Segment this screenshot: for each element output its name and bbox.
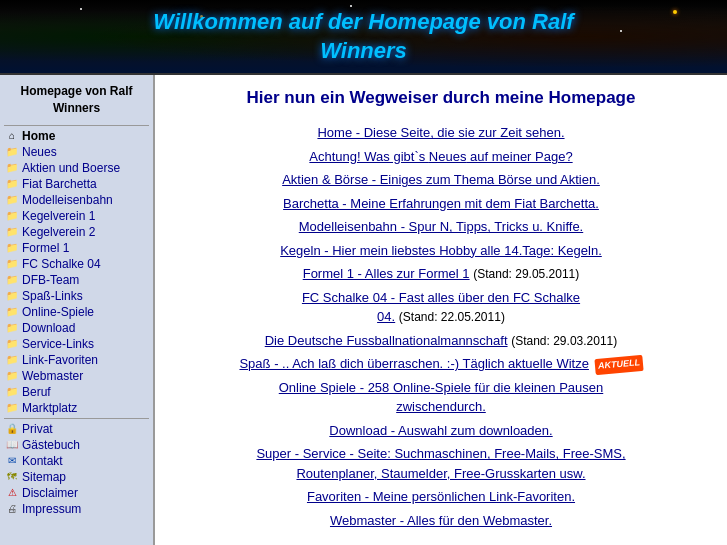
folder-icon: 📁 [4,273,20,287]
sidebar-item-link-favoriten[interactable]: 📁 Link-Favoriten [0,352,153,368]
line-aktien[interactable]: Aktien & Börse - Einiges zum Thema Börse… [173,170,709,190]
envelope-icon: ✉ [4,454,20,468]
sidebar-item-download[interactable]: 📁 Download [0,320,153,336]
sidebar-item-sitemap[interactable]: 🗺 Sitemap [0,469,153,485]
line-webmaster[interactable]: Webmaster - Alles für den Webmaster. [173,511,709,531]
page-title: Willkommen auf der Homepage von Ralf Win… [4,8,723,65]
folder-icon: 📁 [4,321,20,335]
folder-icon: 📁 [4,353,20,367]
home-icon: ⌂ [4,129,20,143]
line-super-service[interactable]: Super - Service - Seite: Suchmaschinen, … [173,444,709,483]
folder-icon: 📁 [4,193,20,207]
sidebar-item-impressum[interactable]: 🖨 Impressum [0,501,153,517]
line-modelleisenbahn[interactable]: Modelleisenbahn - Spur N, Tipps, Tricks … [173,217,709,237]
sidebar-item-home[interactable]: ⌂ Home [0,128,153,144]
folder-icon: 📁 [4,161,20,175]
line-favoriten[interactable]: Favoriten - Meine persönlichen Link-Favo… [173,487,709,507]
line-home[interactable]: Home - Diese Seite, die sie zur Zeit seh… [173,123,709,143]
folder-icon: 📁 [4,177,20,191]
line-barchetta[interactable]: Barchetta - Meine Erfahrungen mit dem Fi… [173,194,709,214]
sidebar-item-online-spiele[interactable]: 📁 Online-Spiele [0,304,153,320]
header: Willkommen auf der Homepage von Ralf Win… [0,0,727,75]
sidebar-item-schalke[interactable]: 📁 FC Schalke 04 [0,256,153,272]
book-icon: 📖 [4,438,20,452]
sidebar-item-service-links[interactable]: 📁 Service-Links [0,336,153,352]
line-neues[interactable]: Achtung! Was gibt`s Neues auf meiner Pag… [173,147,709,167]
line-dfb[interactable]: Die Deutsche Fussballnationalmannschaft … [173,331,709,351]
map-icon: 🗺 [4,470,20,484]
folder-icon: 📁 [4,385,20,399]
line-online-spiele[interactable]: Online Spiele - 258 Online-Spiele für di… [173,378,709,417]
folder-icon: 📁 [4,401,20,415]
aktuell-badge: AKTUELL [594,355,643,375]
main-content: Hier nun ein Wegweiser durch meine Homep… [155,75,727,545]
folder-icon: 📁 [4,145,20,159]
sidebar-site-title: Homepage von Ralf Winners [0,79,153,123]
sidebar-item-spas[interactable]: 📁 Spaß-Links [0,288,153,304]
folder-icon: 📁 [4,257,20,271]
sidebar-item-webmaster[interactable]: 📁 Webmaster [0,368,153,384]
line-kegeln[interactable]: Kegeln - Hier mein liebstes Hobby alle 1… [173,241,709,261]
folder-icon: 📁 [4,289,20,303]
print-icon: 🖨 [4,502,20,516]
folder-icon: 📁 [4,225,20,239]
main-heading: Hier nun ein Wegweiser durch meine Homep… [173,87,709,109]
page-icon: 🔒 [4,422,20,436]
folder-icon: 📁 [4,305,20,319]
sidebar-item-privat[interactable]: 🔒 Privat [0,421,153,437]
line-download[interactable]: Download - Auswahl zum downloaden. [173,421,709,441]
sidebar-item-beruf[interactable]: 📁 Beruf [0,384,153,400]
sidebar-item-formel1[interactable]: 📁 Formel 1 [0,240,153,256]
sidebar-item-fiat[interactable]: 📁 Fiat Barchetta [0,176,153,192]
line-spas[interactable]: Spaß - .. Ach laß dich überraschen. :-) … [173,354,709,374]
warning-icon: ⚠ [4,486,20,500]
sidebar: Homepage von Ralf Winners ⌂ Home 📁 Neues… [0,75,155,545]
sidebar-item-kontakt[interactable]: ✉ Kontakt [0,453,153,469]
folder-icon: 📁 [4,209,20,223]
sidebar-item-neues[interactable]: 📁 Neues [0,144,153,160]
folder-icon: 📁 [4,369,20,383]
sidebar-item-kegelverein2[interactable]: 📁 Kegelverein 2 [0,224,153,240]
folder-icon: 📁 [4,241,20,255]
sidebar-item-marktplatz[interactable]: 📁 Marktplatz [0,400,153,416]
sidebar-item-dfb[interactable]: 📁 DFB-Team [0,272,153,288]
folder-icon: 📁 [4,337,20,351]
sidebar-item-modelleisenbahn[interactable]: 📁 Modelleisenbahn [0,192,153,208]
line-schalke[interactable]: FC Schalke 04 - Fast alles über den FC S… [173,288,709,327]
sidebar-item-kegelverein1[interactable]: 📁 Kegelverein 1 [0,208,153,224]
line-formel1[interactable]: Formel 1 - Alles zur Formel 1 (Stand: 29… [173,264,709,284]
sidebar-item-aktien[interactable]: 📁 Aktien und Boerse [0,160,153,176]
sidebar-item-disclaimer[interactable]: ⚠ Disclaimer [0,485,153,501]
sidebar-item-gaestebuch[interactable]: 📖 Gästebuch [0,437,153,453]
